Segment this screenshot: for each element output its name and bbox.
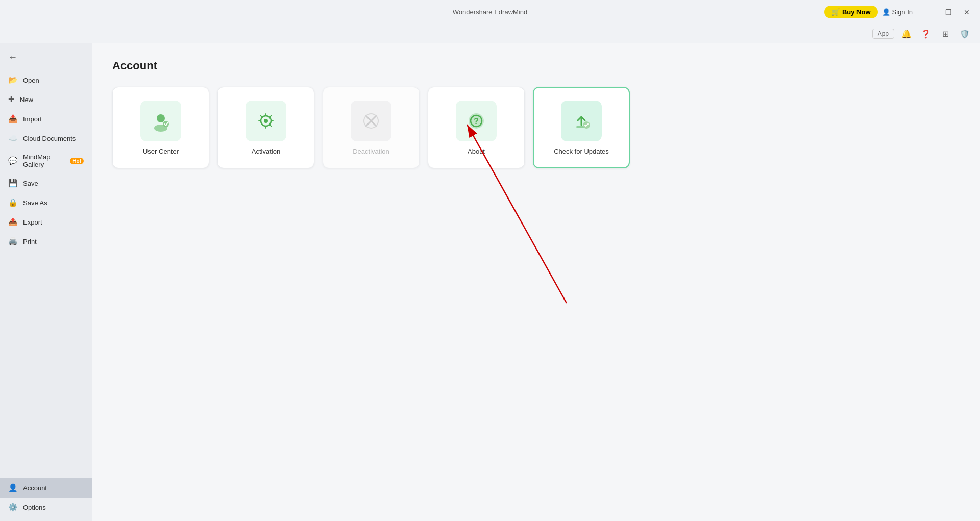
sidebar-item-open[interactable]: 📂 Open <box>0 70 92 90</box>
mindmap-icon: 💬 <box>8 156 18 165</box>
deactivation-label: Deactivation <box>353 147 389 155</box>
user-center-label: User Center <box>143 147 179 155</box>
back-button[interactable]: ← <box>0 47 92 68</box>
sign-in-button[interactable]: 👤 Sign In <box>882 8 913 16</box>
deactivation-card: Deactivation <box>323 87 420 168</box>
app-title: Wondershare EdrawMind <box>453 8 527 16</box>
sidebar-item-export[interactable]: 📤 Export <box>0 212 92 232</box>
account-icon: 👤 <box>8 483 18 492</box>
settings-icon[interactable]: 🛡️ <box>958 27 972 41</box>
save-icon: 💾 <box>8 179 18 188</box>
sidebar-item-mindmap[interactable]: 💬 MindMap Gallery Hot <box>0 148 92 173</box>
sidebar-item-cloud[interactable]: ☁️ Cloud Documents <box>0 129 92 148</box>
export-icon: 📤 <box>8 217 18 227</box>
about-label: About <box>468 147 485 155</box>
about-icon-area: ? <box>456 101 497 141</box>
sidebar-item-account[interactable]: 👤 Account <box>0 478 92 498</box>
maximize-button[interactable]: ❐ <box>941 5 955 19</box>
minimize-button[interactable]: — <box>923 5 937 19</box>
new-icon: ✚ <box>8 95 15 104</box>
back-icon: ← <box>8 52 17 63</box>
bell-icon[interactable]: 🔔 <box>899 27 914 41</box>
svg-text:?: ? <box>474 117 479 126</box>
user-center-card[interactable]: User Center <box>112 87 209 168</box>
main-layout: ← 📂 Open ✚ New 📥 Import ☁️ Cloud Documen… <box>0 43 980 521</box>
import-icon: 📥 <box>8 114 18 123</box>
hot-badge: Hot <box>70 158 84 164</box>
activation-card[interactable]: Activation <box>217 87 314 168</box>
sidebar-item-import[interactable]: 📥 Import <box>0 109 92 129</box>
help-icon[interactable]: ❓ <box>919 27 933 41</box>
activation-icon-area <box>246 101 286 141</box>
about-svg: ? <box>465 110 487 132</box>
buy-now-button[interactable]: 🛒 Buy Now <box>824 6 878 18</box>
toolbar-row: App 🔔 ❓ ⊞ 🛡️ <box>0 24 980 43</box>
check-updates-label: Check for Updates <box>554 147 609 155</box>
saveas-icon: 🔒 <box>8 198 18 207</box>
deactivation-icon-area <box>351 101 391 141</box>
cart-icon: 🛒 <box>831 8 840 16</box>
cloud-icon: ☁️ <box>8 134 18 143</box>
user-center-svg <box>150 110 172 132</box>
check-updates-icon-area <box>561 101 602 141</box>
svg-point-4 <box>264 119 268 123</box>
check-updates-svg <box>570 110 593 132</box>
grid-icon[interactable]: ⊞ <box>938 27 952 41</box>
title-bar-right: 🛒 Buy Now 👤 Sign In — ❐ ✕ <box>824 5 974 19</box>
print-icon: 🖨️ <box>8 237 18 246</box>
open-icon: 📂 <box>8 76 18 85</box>
options-icon: ⚙️ <box>8 503 18 512</box>
sidebar-item-print[interactable]: 🖨️ Print <box>0 232 92 251</box>
check-updates-card[interactable]: Check for Updates <box>533 87 630 168</box>
user-center-icon-area <box>140 101 181 141</box>
sidebar-item-new[interactable]: ✚ New <box>0 90 92 109</box>
close-button[interactable]: ✕ <box>960 5 974 19</box>
svg-point-2 <box>163 121 169 127</box>
window-controls: — ❐ ✕ <box>923 5 974 19</box>
app-button[interactable]: App <box>872 29 894 39</box>
content-area: Account User Center <box>92 43 980 521</box>
page-title: Account <box>112 59 960 72</box>
sidebar-item-save[interactable]: 💾 Save <box>0 173 92 193</box>
cards-grid: User Center A <box>112 87 960 168</box>
about-card[interactable]: ? About <box>428 87 525 168</box>
sidebar-item-saveas[interactable]: 🔒 Save As <box>0 193 92 212</box>
title-bar: Wondershare EdrawMind 🛒 Buy Now 👤 Sign I… <box>0 0 980 24</box>
sidebar: ← 📂 Open ✚ New 📥 Import ☁️ Cloud Documen… <box>0 43 92 521</box>
activation-svg <box>255 110 277 132</box>
svg-point-0 <box>157 114 165 122</box>
activation-label: Activation <box>252 147 280 155</box>
sidebar-item-options[interactable]: ⚙️ Options <box>0 498 92 517</box>
user-icon: 👤 <box>882 8 890 16</box>
deactivation-svg <box>360 110 382 132</box>
sidebar-bottom: 👤 Account ⚙️ Options <box>0 476 92 521</box>
